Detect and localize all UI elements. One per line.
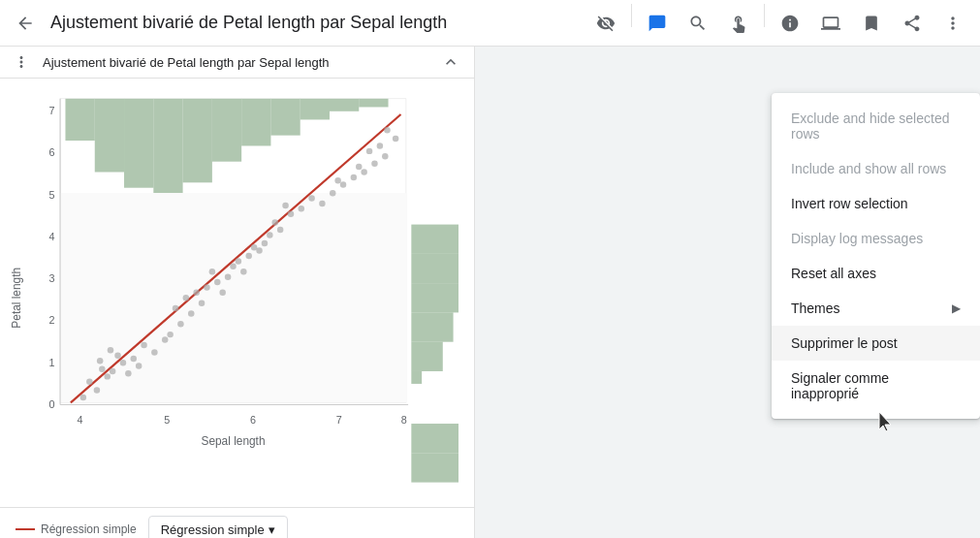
bivariate-chart: 0 1 2 3 4 5 6 7 4 5 6 7 8 Petal length S… [8, 86, 458, 499]
svg-point-75 [299, 206, 304, 211]
svg-point-38 [94, 387, 100, 393]
svg-point-62 [230, 264, 236, 269]
svg-point-42 [110, 368, 115, 374]
menu-item-display-log[interactable]: Display log messages [772, 221, 980, 256]
svg-point-44 [114, 353, 120, 359]
svg-text:2: 2 [48, 314, 54, 326]
svg-rect-11 [359, 99, 388, 108]
toolbar: Ajustement bivarié de Petal length par S… [0, 0, 980, 47]
svg-point-69 [267, 232, 272, 237]
svg-point-63 [236, 258, 241, 264]
svg-point-48 [108, 347, 113, 353]
menu-item-signaler[interactable]: Signaler comme inapproprié [772, 361, 980, 411]
svg-point-41 [99, 366, 105, 372]
svg-text:4: 4 [78, 414, 83, 426]
svg-point-65 [245, 253, 251, 259]
svg-point-83 [382, 153, 388, 159]
svg-text:1: 1 [48, 357, 54, 368]
info-icon-button[interactable] [771, 4, 809, 43]
svg-rect-12 [411, 225, 458, 254]
svg-point-51 [151, 349, 157, 355]
menu-item-reset-axes[interactable]: Reset all axes [772, 256, 980, 291]
svg-rect-6 [212, 99, 241, 162]
svg-point-70 [167, 332, 173, 337]
back-button[interactable] [8, 6, 43, 41]
svg-point-50 [136, 363, 142, 368]
svg-point-59 [219, 290, 225, 296]
zoom-icon-button[interactable] [679, 4, 717, 43]
svg-point-88 [334, 177, 340, 183]
comment-icon-button[interactable] [638, 4, 677, 43]
svg-point-76 [308, 195, 314, 201]
svg-point-78 [330, 190, 335, 196]
collapse-button[interactable] [435, 47, 466, 78]
svg-point-49 [141, 342, 146, 348]
svg-text:6: 6 [48, 146, 54, 158]
bookmark-icon-button[interactable] [852, 4, 891, 43]
svg-point-54 [193, 290, 199, 296]
dropdown-label: Régression simple [161, 522, 265, 537]
svg-rect-17 [411, 371, 422, 384]
chevron-down-icon: ▾ [269, 522, 275, 537]
svg-point-45 [131, 356, 137, 362]
svg-point-85 [366, 148, 372, 154]
svg-point-91 [384, 127, 390, 133]
svg-point-52 [173, 305, 178, 311]
svg-point-90 [393, 136, 398, 142]
svg-point-71 [162, 336, 168, 342]
svg-rect-4 [153, 99, 182, 193]
svg-rect-7 [241, 99, 270, 146]
hide-icon-button[interactable] [586, 4, 625, 43]
svg-text:Sepal length: Sepal length [201, 434, 265, 448]
svg-text:5: 5 [164, 414, 170, 426]
hand-icon-button[interactable] [719, 4, 758, 43]
menu-item-invert[interactable]: Invert row selection [772, 186, 980, 221]
menu-item-themes[interactable]: Themes ▶ [772, 291, 980, 326]
menu-item-label: Exclude and hide selected rows [791, 111, 961, 142]
svg-text:5: 5 [48, 189, 54, 201]
svg-point-39 [86, 379, 92, 385]
svg-text:3: 3 [48, 272, 54, 284]
share-icon-button[interactable] [893, 4, 932, 43]
monitor-icon-button[interactable] [811, 4, 850, 43]
menu-item-exclude[interactable]: Exclude and hide selected rows [772, 101, 980, 151]
menu-item-label: Themes [791, 301, 840, 316]
panel-dots-button[interactable] [8, 48, 35, 76]
svg-point-67 [262, 240, 268, 246]
svg-point-82 [371, 161, 377, 167]
svg-rect-9 [300, 99, 330, 120]
panel-header: Ajustement bivarié de Petal length par S… [0, 47, 474, 79]
submenu-chevron-icon: ▶ [952, 301, 961, 315]
svg-point-47 [97, 358, 103, 364]
svg-text:Petal length: Petal length [10, 268, 23, 329]
svg-point-80 [351, 174, 357, 180]
more-icon-button[interactable] [933, 4, 972, 43]
svg-point-57 [204, 284, 209, 290]
svg-point-55 [188, 310, 194, 316]
legend-line [16, 528, 35, 530]
menu-item-include[interactable]: Include and show all rows [772, 151, 980, 186]
legend-label: Régression simple [41, 522, 137, 536]
svg-point-37 [80, 395, 86, 400]
legend-item-regression: Régression simple [16, 522, 137, 536]
toolbar-separator [631, 4, 632, 27]
svg-point-64 [240, 269, 246, 274]
svg-point-74 [272, 219, 278, 225]
svg-point-77 [319, 201, 325, 206]
svg-point-79 [340, 181, 346, 187]
svg-point-58 [214, 279, 220, 285]
svg-point-43 [120, 360, 126, 365]
regression-dropdown[interactable]: Régression simple ▾ [148, 516, 288, 538]
menu-item-supprimer[interactable]: Supprimer le post [772, 326, 980, 361]
menu-item-label: Supprimer le post [791, 335, 898, 351]
toolbar-separator-2 [764, 4, 765, 27]
svg-rect-5 [183, 99, 212, 183]
svg-point-61 [225, 273, 231, 279]
svg-rect-16 [411, 342, 442, 371]
menu-item-label: Include and show all rows [791, 161, 946, 176]
menu-item-label: Signaler comme inapproprié [791, 370, 961, 401]
svg-text:7: 7 [48, 105, 54, 116]
chart-container: 0 1 2 3 4 5 6 7 4 5 6 7 8 Petal length S… [0, 79, 474, 507]
panel-footer: Régression simple Régression simple ▾ [0, 507, 474, 538]
svg-rect-10 [330, 99, 359, 111]
